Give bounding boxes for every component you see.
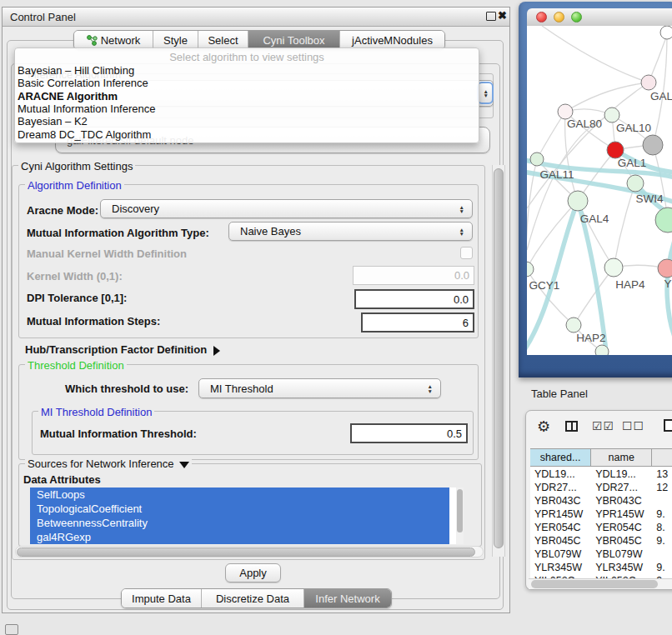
table-row[interactable]: YDR27...YDR27...12 — [530, 481, 672, 494]
attributes-list-scrollbar[interactable] — [456, 488, 464, 544]
which-threshold-combo[interactable]: MI Threshold▲▼ — [198, 378, 441, 398]
tab-select[interactable]: Select — [198, 31, 248, 49]
table-cell[interactable]: YBR043C — [530, 494, 591, 508]
network-node[interactable] — [607, 142, 624, 158]
gear-icon[interactable]: ⚙ — [537, 418, 550, 436]
network-node[interactable] — [604, 108, 619, 122]
mi-threshold-label: Mutual Information Threshold: — [40, 428, 197, 440]
apply-button[interactable]: Apply — [225, 563, 281, 582]
table-row[interactable]: YBR045CYBR045C9. — [530, 534, 672, 548]
select-all-checkboxes-icon[interactable]: ☑☑ — [592, 419, 614, 432]
close-traffic-light[interactable] — [536, 12, 547, 22]
kernel-width-field[interactable]: 0.0 — [353, 266, 474, 285]
algorithm-option[interactable]: ARACNE Algorithm — [18, 90, 118, 102]
network-node[interactable] — [530, 152, 544, 166]
table-cell[interactable]: YER054C — [530, 521, 591, 534]
table-cell[interactable]: 12 — [652, 481, 672, 494]
data-attribute-item[interactable]: BetweennessCentrality — [30, 516, 449, 530]
table-cell[interactable]: YLR345W — [591, 561, 652, 574]
close-icon[interactable]: ✖ — [498, 9, 507, 22]
node-label: GCY1 — [529, 279, 560, 292]
bottom-tab-infer-network[interactable]: Infer Network — [303, 589, 391, 608]
table-cell[interactable]: YLR345W — [530, 561, 591, 574]
mi-steps-field[interactable]: 6 — [361, 312, 474, 332]
network-node[interactable] — [568, 191, 588, 211]
network-node[interactable] — [660, 26, 672, 39]
mi-threshold-field[interactable]: 0.5 — [350, 423, 468, 443]
table-cell[interactable]: YDR27... — [591, 481, 652, 494]
algorithm-option[interactable]: Bayesian – Hill Climbing — [18, 64, 134, 77]
network-node[interactable] — [604, 258, 623, 277]
network-edge — [578, 201, 614, 268]
table-cell[interactable] — [652, 548, 672, 561]
table-cell[interactable]: 9. — [652, 534, 672, 548]
table-cell[interactable]: 13 — [652, 468, 672, 481]
network-node[interactable] — [643, 135, 663, 155]
hub-definition-toggle[interactable]: Hub/Transcription Factor Definition — [25, 343, 220, 356]
tab-cyni-toolbox[interactable]: Cyni Toolbox — [248, 31, 339, 49]
table-column-header[interactable]: shared... — [530, 449, 591, 466]
data-attribute-item[interactable]: TopologicalCoefficient — [30, 502, 449, 516]
network-node[interactable] — [527, 262, 534, 277]
restore-panel-icon[interactable] — [5, 624, 18, 635]
table-cell[interactable]: YDL19... — [591, 468, 652, 481]
settings-hscrollbar-thumb[interactable] — [17, 548, 475, 557]
table-cell[interactable]: YBR045C — [530, 534, 591, 548]
tab-style[interactable]: Style — [153, 31, 198, 49]
table-cell[interactable]: 9. — [652, 561, 672, 574]
settings-vscrollbar-thumb[interactable] — [494, 168, 504, 548]
table-cell[interactable]: 9. — [652, 508, 672, 521]
data-attribute-item[interactable]: gal4RGexp — [30, 530, 449, 544]
table-hscrollbar-thumb[interactable] — [531, 580, 658, 588]
table-cell[interactable]: YBL079W — [591, 548, 652, 561]
tab-network[interactable]: Network — [74, 31, 153, 49]
algorithm-option[interactable]: Basic Correlation Inference — [18, 77, 148, 89]
bottom-tab-impute-data[interactable]: Impute Data — [122, 589, 201, 608]
zoom-traffic-light[interactable] — [571, 12, 582, 22]
network-node[interactable] — [627, 175, 644, 192]
clear-all-checkboxes-icon[interactable]: ☐☐ — [622, 419, 644, 432]
algorithm-option[interactable]: Dream8 DC_TDC Algorithm — [18, 128, 151, 141]
node-label: SWI4 — [635, 192, 663, 205]
minimize-traffic-light[interactable] — [554, 12, 564, 22]
data-attribute-item[interactable]: SelfLoops — [30, 488, 449, 502]
table-cell[interactable]: YPR145W — [591, 508, 652, 521]
bottom-tab-discretize-data[interactable]: Discretize Data — [201, 589, 303, 608]
table-row[interactable]: YLR345WYLR345W9. — [530, 561, 672, 574]
table-cell[interactable]: YDL19... — [530, 468, 591, 481]
tab-jactivemnodules[interactable]: jActiveMNodules — [339, 31, 444, 49]
table-row[interactable]: YBL079WYBL079W — [530, 548, 672, 561]
network-node[interactable] — [641, 75, 656, 90]
table-row[interactable]: YDL19...YDL19...13 — [530, 468, 672, 481]
table-cell[interactable] — [652, 494, 672, 508]
table-cell[interactable]: YER054C — [591, 521, 652, 534]
network-canvas[interactable]: GALGAL80GAL10GAL1GAL11SWI4GAL4GCY1HAP4YH… — [527, 26, 672, 355]
table-row[interactable]: YBR043CYBR043C — [530, 494, 672, 508]
network-node[interactable] — [595, 345, 609, 355]
table-cell[interactable]: YDR27... — [530, 481, 591, 494]
sources-group-toggle[interactable]: Sources for Network Inference — [25, 458, 192, 470]
columns-icon[interactable] — [565, 421, 578, 432]
table-cell[interactable]: YBR045C — [591, 534, 652, 548]
algorithm-option[interactable]: Bayesian – K2 — [18, 115, 88, 128]
algorithm-option[interactable]: Mutual Information Inference — [18, 102, 155, 115]
network-node[interactable] — [655, 208, 672, 232]
table-cell[interactable]: YBR043C — [591, 494, 652, 508]
network-node[interactable] — [658, 259, 672, 278]
table-row[interactable]: YPR145WYPR145W9. — [530, 508, 672, 521]
dpi-tolerance-field[interactable]: 0.0 — [354, 289, 474, 309]
mi-algorithm-type-combo[interactable]: Naive Bayes▲▼ — [228, 222, 473, 241]
table-cell[interactable]: YPR145W — [530, 508, 591, 521]
table-cell[interactable]: 8. — [652, 521, 672, 534]
float-window-icon[interactable] — [486, 12, 496, 21]
attributes-scrollbar-thumb[interactable] — [457, 489, 463, 532]
manual-kernel-checkbox[interactable] — [460, 247, 473, 259]
aracne-mode-combo[interactable]: Discovery▲▼ — [100, 199, 473, 218]
inference-combo-focus-arrows[interactable]: ▲▼ — [477, 82, 494, 104]
table-function-icon[interactable] — [664, 419, 672, 432]
network-node[interactable] — [566, 318, 581, 332]
table-row[interactable]: YER054CYER054C8. — [530, 521, 672, 534]
table-cell[interactable]: YBL079W — [530, 548, 591, 561]
table-column-header[interactable]: name — [591, 449, 652, 466]
table-column-header[interactable] — [652, 449, 672, 466]
